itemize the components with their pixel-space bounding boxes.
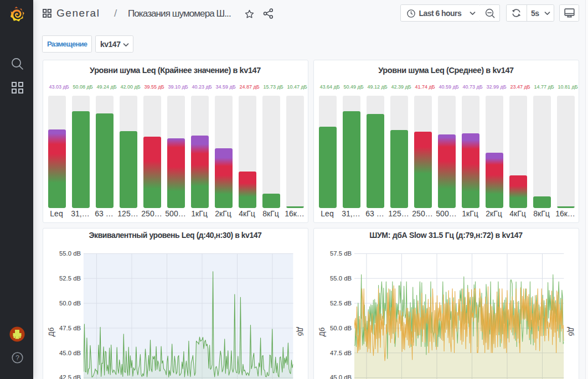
svg-text:42.5 dB: 42.5 dB bbox=[59, 374, 81, 379]
svg-text:Дб: Дб bbox=[296, 327, 305, 336]
svg-text:52.5 dB: 52.5 dB bbox=[330, 300, 352, 307]
svg-text:45.0 dB: 45.0 dB bbox=[330, 374, 352, 379]
svg-text:57.5 dB: 57.5 dB bbox=[330, 250, 352, 257]
svg-text:?: ? bbox=[16, 354, 19, 362]
svg-text:45.0 dB: 45.0 dB bbox=[59, 350, 81, 356]
svg-text:47.5 dB: 47.5 dB bbox=[59, 325, 81, 331]
svg-text:47.5 dB: 47.5 dB bbox=[330, 350, 352, 356]
svg-text:Дб: Дб bbox=[47, 328, 55, 336]
svg-text:55.0 dB: 55.0 dB bbox=[330, 275, 352, 282]
svg-text:50.0 dB: 50.0 dB bbox=[59, 300, 81, 307]
svg-text:55.0 dB: 55.0 dB bbox=[59, 250, 81, 257]
svg-text:Дб: Дб bbox=[318, 328, 326, 336]
svg-text:50.0 dB: 50.0 dB bbox=[330, 325, 352, 331]
svg-text:Дб: Дб bbox=[567, 327, 575, 336]
svg-text:52.5 dB: 52.5 dB bbox=[59, 275, 81, 282]
